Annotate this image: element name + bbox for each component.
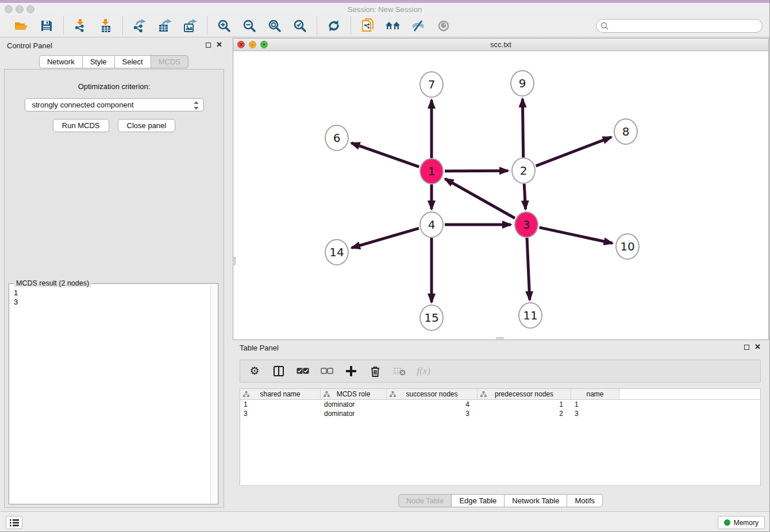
tab-node-table[interactable]: Node Table [398, 494, 452, 507]
control-panel-title: Control Panel [7, 41, 52, 50]
graph-node-6[interactable]: 6 [325, 125, 349, 151]
open-folder-icon [14, 20, 28, 32]
close-table-panel-icon[interactable]: ✕ [754, 344, 761, 350]
import-table-button[interactable] [96, 17, 116, 35]
table-settings-button[interactable]: ⚙ [247, 364, 262, 379]
tab-select[interactable]: Select [114, 55, 151, 68]
refresh-icon [328, 20, 340, 32]
graph-node-2[interactable]: 2 [511, 157, 536, 184]
export-image-button[interactable] [180, 17, 200, 35]
tab-network[interactable]: Network [39, 55, 83, 68]
graph-node-10[interactable]: 10 [615, 233, 640, 260]
new-network-from-selection-button[interactable] [358, 17, 378, 35]
tab-motifs[interactable]: Motifs [567, 494, 603, 507]
tab-network-table[interactable]: Network Table [504, 494, 567, 507]
edge-2-8[interactable] [536, 137, 611, 166]
memory-button[interactable]: Memory [718, 516, 765, 529]
eye-icon [437, 20, 451, 32]
deselect-all-button[interactable] [319, 364, 334, 379]
close-panel-button[interactable]: Close panel [118, 119, 176, 132]
zoom-selected-icon [294, 20, 306, 32]
column-header-predecessor-nodes[interactable]: predecessor nodes [478, 389, 571, 399]
open-session-button[interactable] [11, 17, 31, 35]
network-window-titlebar: ✕ − + scc.txt [233, 38, 768, 51]
tab-mcds[interactable]: MCDS [151, 55, 188, 68]
table-cell[interactable]: 3 [571, 409, 619, 418]
tab-edge-table[interactable]: Edge Table [451, 494, 505, 507]
checked-boxes-icon [297, 368, 309, 375]
save-session-button[interactable] [37, 17, 56, 35]
table-cell[interactable]: dominator [321, 400, 387, 409]
edge-4-14[interactable] [352, 228, 419, 248]
table-row[interactable]: 3dominator323 [240, 409, 760, 418]
graph-node-14[interactable]: 14 [325, 239, 349, 265]
delete-table-button[interactable] [392, 364, 407, 379]
zoom-selected-button[interactable] [290, 17, 310, 35]
apply-function-button[interactable]: f(x) [416, 364, 431, 379]
table-row[interactable]: 1dominator411 [240, 400, 760, 409]
table-cell[interactable]: 4 [387, 400, 478, 409]
tree-icon [480, 391, 487, 397]
graph-node-15[interactable]: 15 [419, 304, 444, 331]
table-cell[interactable]: 2 [478, 409, 571, 418]
zoom-in-button[interactable] [214, 17, 234, 35]
table-cell[interactable]: 1 [478, 400, 571, 409]
edge-2-3[interactable] [524, 184, 525, 209]
zoom-fit-button[interactable] [265, 17, 284, 35]
import-network-button[interactable] [71, 17, 90, 35]
splitter-handle-left[interactable] [233, 257, 236, 265]
column-header-MCDS-role[interactable]: MCDS role [321, 389, 387, 399]
network-title: scc.txt [233, 40, 768, 49]
task-history-button[interactable] [6, 516, 22, 529]
toggle-columns-button[interactable] [271, 364, 286, 379]
show-all-button[interactable] [434, 17, 453, 35]
zoom-out-button[interactable] [240, 17, 259, 35]
graph-node-11[interactable]: 11 [518, 302, 542, 329]
run-mcds-button[interactable]: Run MCDS [53, 119, 109, 132]
splitter-handle-bottom[interactable] [496, 337, 503, 340]
network-canvas[interactable]: 7968124314101511 [233, 51, 768, 340]
criterion-select[interactable]: strongly connected component [25, 98, 204, 111]
table-cell[interactable]: 1 [240, 400, 321, 409]
graph-node-9[interactable]: 9 [510, 70, 534, 97]
edge-3-11[interactable] [527, 238, 530, 300]
table-cell[interactable]: dominator [321, 409, 387, 418]
select-arrows-icon [194, 101, 199, 110]
edge-1-2[interactable] [445, 171, 508, 171]
tab-style[interactable]: Style [82, 55, 115, 68]
select-all-button[interactable] [295, 364, 310, 379]
table-cell[interactable]: 1 [571, 400, 619, 409]
graph-node-8[interactable]: 8 [614, 118, 638, 145]
refresh-layout-button[interactable] [324, 17, 344, 35]
graph-node-1[interactable]: 1 [419, 158, 444, 184]
edge-1-6[interactable] [351, 143, 419, 167]
float-table-panel-icon[interactable] [744, 345, 749, 350]
result-scrollbar[interactable] [210, 284, 218, 503]
graph-node-3[interactable]: 3 [514, 211, 538, 238]
eye-slash-icon [411, 20, 425, 32]
export-table-button[interactable] [155, 17, 175, 35]
memory-status-icon [724, 519, 730, 526]
table-cell[interactable]: 3 [240, 409, 321, 418]
edge-3-10[interactable] [539, 228, 612, 243]
close-panel-icon[interactable]: ✕ [216, 42, 222, 48]
graph-node-4[interactable]: 4 [419, 211, 444, 238]
search-input[interactable] [596, 19, 763, 33]
hide-selected-button[interactable] [409, 17, 428, 35]
column-header-name[interactable]: name [571, 389, 619, 399]
graph-node-7[interactable]: 7 [419, 71, 444, 98]
mcds-result-list[interactable]: 13 [9, 286, 210, 504]
float-panel-icon[interactable] [206, 43, 211, 48]
column-header-shared-name[interactable]: shared name [240, 389, 321, 399]
column-header-successor-nodes[interactable]: successor nodes [387, 389, 478, 399]
table-cell[interactable]: 3 [387, 409, 478, 418]
list-icon [10, 519, 19, 527]
export-table-icon [158, 19, 172, 33]
table-panel: Table Panel ✕ ⚙ [233, 341, 769, 511]
add-column-button[interactable] [344, 364, 359, 379]
export-network-button[interactable] [130, 17, 149, 35]
first-neighbors-button[interactable] [383, 17, 403, 35]
edge-3-1[interactable] [445, 179, 515, 218]
edge-2-9[interactable] [522, 99, 523, 157]
delete-column-button[interactable] [368, 364, 383, 379]
